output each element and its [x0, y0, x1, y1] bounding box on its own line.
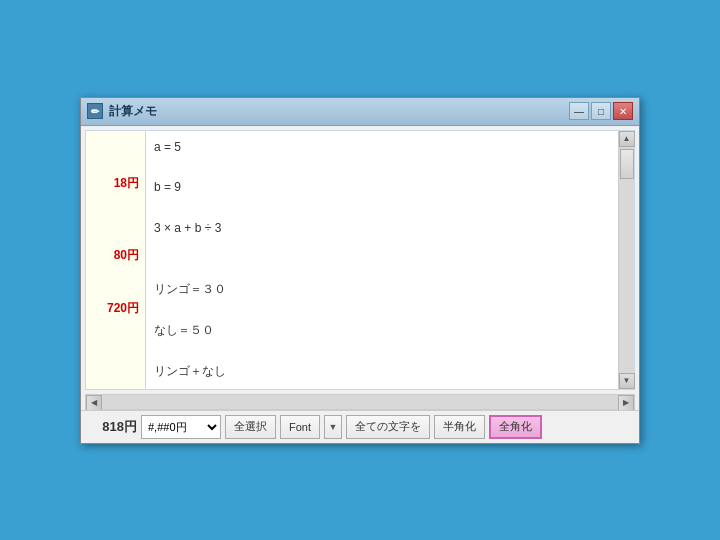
vertical-scrollbar: ▲ ▼: [618, 131, 634, 389]
scroll-left-button[interactable]: ◀: [86, 395, 102, 411]
select-all-button[interactable]: 全選択: [225, 415, 276, 439]
app-icon-symbol: ✏: [91, 106, 99, 117]
half-width-button[interactable]: 半角化: [434, 415, 485, 439]
main-area: 18円 80円 720円 a = 5 b = 9 3 × a + b ÷ 3 リ…: [85, 130, 635, 390]
close-button[interactable]: ✕: [613, 102, 633, 120]
full-width-button[interactable]: 全角化: [489, 415, 542, 439]
scroll-right-button[interactable]: ▶: [618, 395, 634, 411]
result-720: 720円: [88, 300, 143, 317]
formula-line-1: a = 5: [154, 137, 610, 157]
window-controls: — □ ✕: [569, 102, 633, 120]
total-label: 818円: [87, 418, 137, 436]
bottom-bar: 818円 #,##0円 全選択 Font ▼ 全ての文字を 半角化 全角化: [81, 410, 639, 443]
formula-line-5: リンゴ＝３０: [154, 279, 610, 299]
result-80: 80円: [88, 247, 143, 264]
main-window: ✏ 計算メモ — □ ✕ 18円 80円 720円 a = 5 b = 9: [80, 97, 640, 444]
title-bar: ✏ 計算メモ — □ ✕: [81, 98, 639, 126]
scroll-up-button[interactable]: ▲: [619, 131, 635, 147]
formula-line-6: なし＝５０: [154, 320, 610, 340]
all-chars-button[interactable]: 全ての文字を: [346, 415, 430, 439]
hscroll-track[interactable]: [102, 395, 618, 409]
format-select[interactable]: #,##0円: [141, 415, 221, 439]
font-dropdown-arrow[interactable]: ▼: [324, 415, 342, 439]
horizontal-scrollbar: ◀ ▶: [85, 394, 635, 410]
result-pane: 18円 80円 720円: [86, 131, 146, 389]
minimize-button[interactable]: —: [569, 102, 589, 120]
app-icon: ✏: [87, 103, 103, 119]
formula-pane[interactable]: a = 5 b = 9 3 × a + b ÷ 3 リンゴ＝３０ なし＝５０ リ…: [146, 131, 618, 389]
formula-line-7: リンゴ＋なし: [154, 361, 610, 381]
scroll-track[interactable]: [619, 147, 634, 373]
font-button[interactable]: Font: [280, 415, 320, 439]
formula-line-2: b = 9: [154, 177, 610, 197]
window-content: 18円 80円 720円 a = 5 b = 9 3 × a + b ÷ 3 リ…: [81, 126, 639, 443]
scroll-down-button[interactable]: ▼: [619, 373, 635, 389]
formula-line-3: 3 × a + b ÷ 3: [154, 218, 610, 238]
window-title: 計算メモ: [109, 103, 569, 120]
result-18: 18円: [88, 175, 143, 192]
scroll-thumb[interactable]: [620, 149, 634, 179]
maximize-button[interactable]: □: [591, 102, 611, 120]
